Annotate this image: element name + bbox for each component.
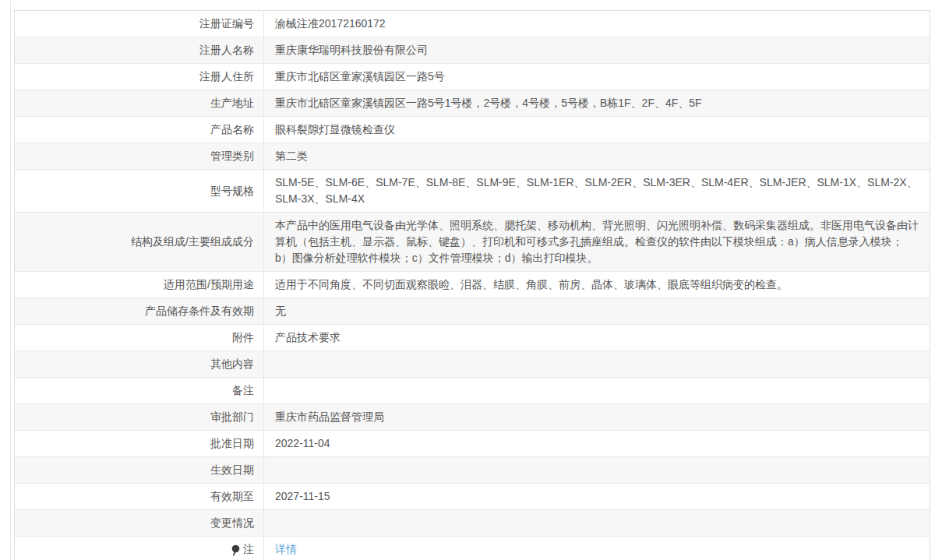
row-value — [264, 351, 930, 377]
row-label: 结构及组成/主要组成成分 — [15, 213, 264, 271]
row-label: 产品名称 — [15, 117, 264, 143]
page-left-border — [10, 0, 11, 560]
row-value: 2027-11-15 — [264, 484, 930, 509]
table-row-registrant-address: 注册人住所 重庆市北碚区童家溪镇园区一路5号 — [15, 64, 930, 90]
table-row-product-name: 产品名称 眼科裂隙灯显微镜检查仪 — [15, 117, 930, 143]
row-label: 审批部门 — [15, 404, 264, 430]
row-label: 变更情况 — [15, 510, 264, 536]
row-label: 产品储存条件及有效期 — [15, 298, 264, 324]
row-label: 备注 — [15, 378, 264, 403]
note-pin-icon — [231, 544, 241, 556]
row-value: 重庆市北碚区童家溪镇园区一路5号1号楼，2号楼，4号楼，5号楼，B栋1F、2F、… — [264, 90, 930, 116]
table-row-effective-date: 生效日期 — [15, 457, 930, 484]
row-label: 生效日期 — [15, 457, 264, 483]
table-row-approval-date: 批准日期 2022-11-04 — [15, 431, 930, 457]
detail-link[interactable]: 详情 — [275, 541, 297, 558]
row-label: 附件 — [15, 325, 264, 350]
row-value: 无 — [264, 298, 930, 324]
row-value: 第二类 — [264, 143, 930, 169]
row-label: 型号规格 — [15, 170, 264, 212]
row-value: 眼科裂隙灯显微镜检查仪 — [264, 117, 930, 143]
table-row-change-status: 变更情况 — [15, 510, 930, 537]
row-value: 渝械注准20172160172 — [264, 11, 930, 37]
table-row-production-address: 生产地址 重庆市北碚区童家溪镇园区一路5号1号楼，2号楼，4号楼，5号楼，B栋1… — [15, 90, 930, 117]
row-label: 批准日期 — [15, 431, 264, 456]
table-row-model-specs: 型号规格 SLM-5E、SLM-6E、SLM-7E、SLM-8E、SLM-9E、… — [15, 170, 930, 213]
row-label: 生产地址 — [15, 90, 264, 116]
table-row-intended-use: 适用范围/预期用途 适用于不同角度、不同切面观察眼睑、泪器、结膜、角膜、前房、晶… — [15, 272, 930, 298]
row-value: 重庆康华瑞明科技股份有限公司 — [264, 37, 930, 63]
table-row-structure-composition: 结构及组成/主要组成成分 本产品中的医用电气设备由光学体、照明系统、腮托架、移动… — [15, 213, 930, 272]
row-label: 其他内容 — [15, 351, 264, 377]
row-value — [264, 457, 930, 483]
row-value: 适用于不同角度、不同切面观察眼睑、泪器、结膜、角膜、前房、晶体、玻璃体、眼底等组… — [264, 272, 930, 298]
row-value: 详情 — [264, 537, 930, 560]
row-value: SLM-5E、SLM-6E、SLM-7E、SLM-8E、SLM-9E、SLM-1… — [264, 170, 930, 212]
row-label-text: 注 — [243, 541, 254, 558]
table-row-approval-department: 审批部门 重庆市药品监督管理局 — [15, 404, 930, 431]
registration-info-table: 注册证编号 渝械注准20172160172 注册人名称 重庆康华瑞明科技股份有限… — [14, 10, 930, 560]
table-row-other-content: 其他内容 — [15, 351, 930, 378]
row-value: 本产品中的医用电气设备由光学体、照明系统、腮托架、移动机构、背光照明、闪光照明补… — [264, 213, 930, 271]
table-row-registration-number: 注册证编号 渝械注准20172160172 — [15, 11, 930, 37]
row-label: 注册证编号 — [15, 11, 264, 37]
row-label: 适用范围/预期用途 — [15, 272, 264, 298]
row-value: 重庆市北碚区童家溪镇园区一路5号 — [264, 64, 930, 90]
table-row-expiry-date: 有效期至 2027-11-15 — [15, 484, 930, 510]
row-value — [264, 378, 930, 403]
row-value: 2022-11-04 — [264, 431, 930, 456]
row-label: 注 — [15, 537, 264, 560]
table-row-storage-validity: 产品储存条件及有效期 无 — [15, 298, 930, 325]
page: 注册证编号 渝械注准20172160172 注册人名称 重庆康华瑞明科技股份有限… — [0, 0, 935, 560]
row-label: 注册人名称 — [15, 37, 264, 63]
row-label: 有效期至 — [15, 484, 264, 509]
table-row-attachment: 附件 产品技术要求 — [15, 325, 930, 351]
table-row-registrant-name: 注册人名称 重庆康华瑞明科技股份有限公司 — [15, 37, 930, 64]
row-value — [264, 510, 930, 536]
row-value: 产品技术要求 — [264, 325, 930, 350]
table-row-note: 注 详情 — [15, 537, 930, 560]
row-label: 管理类别 — [15, 143, 264, 169]
row-label: 注册人住所 — [15, 64, 264, 90]
row-value: 重庆市药品监督管理局 — [264, 404, 930, 430]
table-row-remark: 备注 — [15, 378, 930, 404]
table-row-management-category: 管理类别 第二类 — [15, 143, 930, 170]
